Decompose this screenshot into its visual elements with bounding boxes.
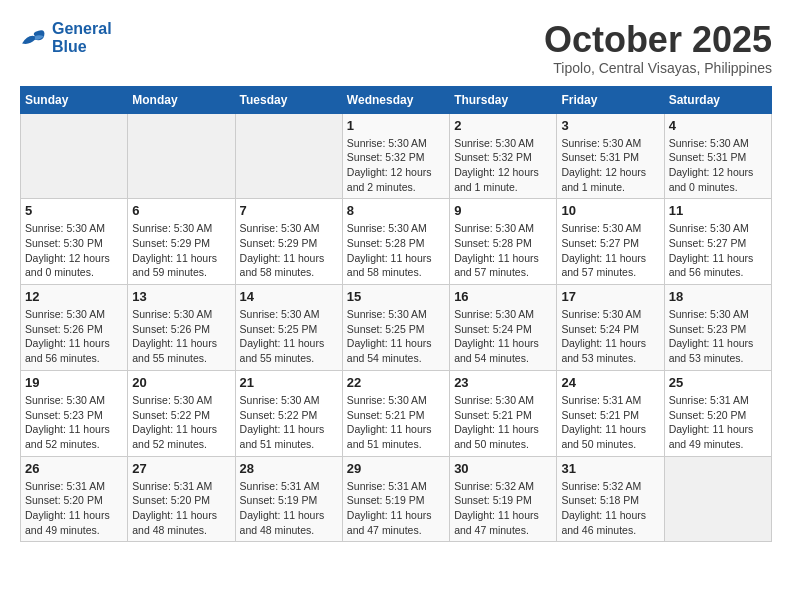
day-info: Sunrise: 5:30 AM Sunset: 5:26 PM Dayligh… [25,307,123,366]
calendar-cell [235,113,342,199]
day-info: Sunrise: 5:30 AM Sunset: 5:21 PM Dayligh… [347,393,445,452]
day-info: Sunrise: 5:31 AM Sunset: 5:20 PM Dayligh… [669,393,767,452]
calendar-cell: 1Sunrise: 5:30 AM Sunset: 5:32 PM Daylig… [342,113,449,199]
day-info: Sunrise: 5:30 AM Sunset: 5:27 PM Dayligh… [561,221,659,280]
day-number: 2 [454,118,552,133]
calendar-cell: 20Sunrise: 5:30 AM Sunset: 5:22 PM Dayli… [128,370,235,456]
day-info: Sunrise: 5:30 AM Sunset: 5:26 PM Dayligh… [132,307,230,366]
calendar-cell [664,456,771,542]
day-number: 14 [240,289,338,304]
day-number: 25 [669,375,767,390]
calendar-cell: 3Sunrise: 5:30 AM Sunset: 5:31 PM Daylig… [557,113,664,199]
day-number: 22 [347,375,445,390]
day-number: 18 [669,289,767,304]
day-number: 17 [561,289,659,304]
page-header: General Blue October 2025 Tipolo, Centra… [20,20,772,76]
day-number: 26 [25,461,123,476]
weekday-header-saturday: Saturday [664,86,771,113]
day-info: Sunrise: 5:30 AM Sunset: 5:29 PM Dayligh… [240,221,338,280]
day-info: Sunrise: 5:30 AM Sunset: 5:28 PM Dayligh… [347,221,445,280]
day-number: 27 [132,461,230,476]
calendar-cell: 4Sunrise: 5:30 AM Sunset: 5:31 PM Daylig… [664,113,771,199]
weekday-header-tuesday: Tuesday [235,86,342,113]
calendar-cell: 30Sunrise: 5:32 AM Sunset: 5:19 PM Dayli… [450,456,557,542]
day-number: 28 [240,461,338,476]
day-info: Sunrise: 5:31 AM Sunset: 5:19 PM Dayligh… [240,479,338,538]
day-number: 19 [25,375,123,390]
calendar-cell: 28Sunrise: 5:31 AM Sunset: 5:19 PM Dayli… [235,456,342,542]
day-number: 5 [25,203,123,218]
day-number: 29 [347,461,445,476]
calendar-cell: 17Sunrise: 5:30 AM Sunset: 5:24 PM Dayli… [557,285,664,371]
calendar-cell [128,113,235,199]
logo-icon [20,27,48,49]
day-info: Sunrise: 5:30 AM Sunset: 5:22 PM Dayligh… [132,393,230,452]
day-number: 21 [240,375,338,390]
calendar-cell: 2Sunrise: 5:30 AM Sunset: 5:32 PM Daylig… [450,113,557,199]
month-title: October 2025 [544,20,772,60]
weekday-header-friday: Friday [557,86,664,113]
location-text: Tipolo, Central Visayas, Philippines [544,60,772,76]
calendar-cell: 19Sunrise: 5:30 AM Sunset: 5:23 PM Dayli… [21,370,128,456]
calendar-cell: 13Sunrise: 5:30 AM Sunset: 5:26 PM Dayli… [128,285,235,371]
day-info: Sunrise: 5:30 AM Sunset: 5:25 PM Dayligh… [347,307,445,366]
day-number: 12 [25,289,123,304]
day-number: 13 [132,289,230,304]
weekday-header-thursday: Thursday [450,86,557,113]
calendar-cell: 9Sunrise: 5:30 AM Sunset: 5:28 PM Daylig… [450,199,557,285]
calendar-cell: 6Sunrise: 5:30 AM Sunset: 5:29 PM Daylig… [128,199,235,285]
calendar-cell: 21Sunrise: 5:30 AM Sunset: 5:22 PM Dayli… [235,370,342,456]
calendar-cell: 24Sunrise: 5:31 AM Sunset: 5:21 PM Dayli… [557,370,664,456]
day-number: 11 [669,203,767,218]
day-info: Sunrise: 5:31 AM Sunset: 5:20 PM Dayligh… [25,479,123,538]
weekday-header-sunday: Sunday [21,86,128,113]
calendar-cell: 15Sunrise: 5:30 AM Sunset: 5:25 PM Dayli… [342,285,449,371]
calendar-cell: 11Sunrise: 5:30 AM Sunset: 5:27 PM Dayli… [664,199,771,285]
day-number: 31 [561,461,659,476]
day-info: Sunrise: 5:30 AM Sunset: 5:25 PM Dayligh… [240,307,338,366]
weekday-header-wednesday: Wednesday [342,86,449,113]
day-info: Sunrise: 5:30 AM Sunset: 5:21 PM Dayligh… [454,393,552,452]
calendar-cell: 25Sunrise: 5:31 AM Sunset: 5:20 PM Dayli… [664,370,771,456]
calendar-table: SundayMondayTuesdayWednesdayThursdayFrid… [20,86,772,543]
day-info: Sunrise: 5:30 AM Sunset: 5:32 PM Dayligh… [454,136,552,195]
calendar-cell: 31Sunrise: 5:32 AM Sunset: 5:18 PM Dayli… [557,456,664,542]
day-number: 24 [561,375,659,390]
day-info: Sunrise: 5:30 AM Sunset: 5:31 PM Dayligh… [669,136,767,195]
calendar-cell: 14Sunrise: 5:30 AM Sunset: 5:25 PM Dayli… [235,285,342,371]
day-number: 15 [347,289,445,304]
logo: General Blue [20,20,112,55]
day-info: Sunrise: 5:30 AM Sunset: 5:22 PM Dayligh… [240,393,338,452]
day-info: Sunrise: 5:30 AM Sunset: 5:23 PM Dayligh… [25,393,123,452]
calendar-cell: 29Sunrise: 5:31 AM Sunset: 5:19 PM Dayli… [342,456,449,542]
day-info: Sunrise: 5:30 AM Sunset: 5:24 PM Dayligh… [561,307,659,366]
day-number: 16 [454,289,552,304]
day-info: Sunrise: 5:30 AM Sunset: 5:23 PM Dayligh… [669,307,767,366]
day-info: Sunrise: 5:32 AM Sunset: 5:18 PM Dayligh… [561,479,659,538]
day-number: 10 [561,203,659,218]
day-info: Sunrise: 5:30 AM Sunset: 5:31 PM Dayligh… [561,136,659,195]
day-info: Sunrise: 5:30 AM Sunset: 5:30 PM Dayligh… [25,221,123,280]
logo-text: General Blue [52,20,112,55]
day-info: Sunrise: 5:31 AM Sunset: 5:19 PM Dayligh… [347,479,445,538]
day-number: 3 [561,118,659,133]
calendar-cell: 18Sunrise: 5:30 AM Sunset: 5:23 PM Dayli… [664,285,771,371]
calendar-cell: 23Sunrise: 5:30 AM Sunset: 5:21 PM Dayli… [450,370,557,456]
day-info: Sunrise: 5:30 AM Sunset: 5:29 PM Dayligh… [132,221,230,280]
day-info: Sunrise: 5:30 AM Sunset: 5:27 PM Dayligh… [669,221,767,280]
day-number: 30 [454,461,552,476]
calendar-cell: 27Sunrise: 5:31 AM Sunset: 5:20 PM Dayli… [128,456,235,542]
calendar-cell: 22Sunrise: 5:30 AM Sunset: 5:21 PM Dayli… [342,370,449,456]
day-number: 20 [132,375,230,390]
day-number: 9 [454,203,552,218]
day-info: Sunrise: 5:30 AM Sunset: 5:24 PM Dayligh… [454,307,552,366]
calendar-cell: 7Sunrise: 5:30 AM Sunset: 5:29 PM Daylig… [235,199,342,285]
weekday-header-monday: Monday [128,86,235,113]
day-number: 7 [240,203,338,218]
day-number: 23 [454,375,552,390]
title-block: October 2025 Tipolo, Central Visayas, Ph… [544,20,772,76]
calendar-cell [21,113,128,199]
calendar-cell: 16Sunrise: 5:30 AM Sunset: 5:24 PM Dayli… [450,285,557,371]
day-number: 8 [347,203,445,218]
calendar-cell: 12Sunrise: 5:30 AM Sunset: 5:26 PM Dayli… [21,285,128,371]
